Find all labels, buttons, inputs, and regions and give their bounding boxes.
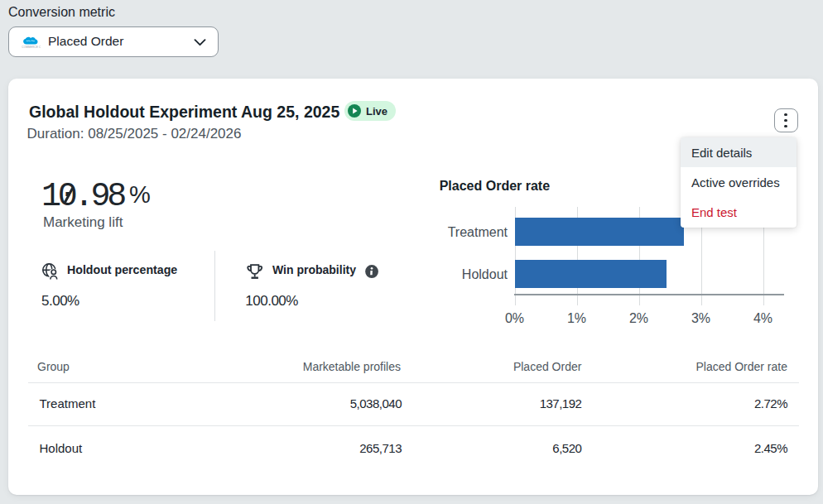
svg-text:COMMERCE CLOUD: COMMERCE CLOUD: [22, 45, 41, 48]
